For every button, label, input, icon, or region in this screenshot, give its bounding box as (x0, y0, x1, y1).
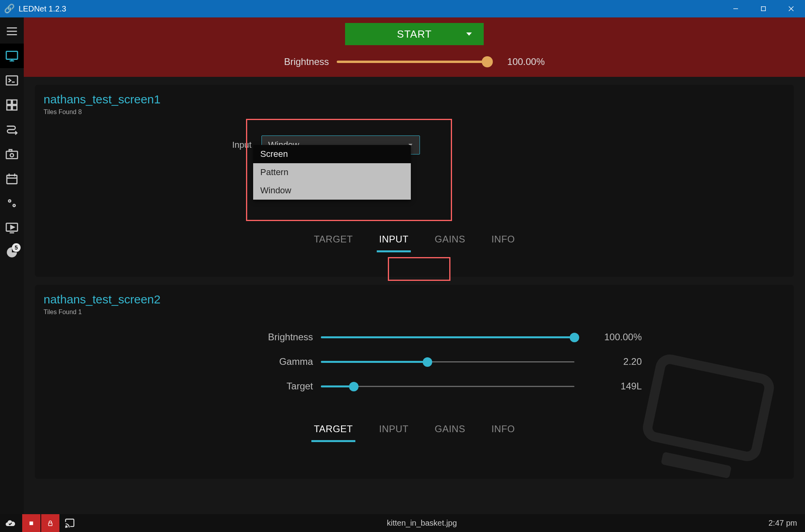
svg-rect-10 (6, 76, 17, 85)
sidebar-settings-icon[interactable] (0, 191, 24, 215)
svg-rect-7 (6, 51, 17, 59)
start-button-label: START (397, 28, 432, 40)
svg-rect-30 (646, 358, 771, 458)
highlight-box-input-tab (388, 257, 450, 281)
screen-card-1: nathans_test_screen1 Tiles Found 8 Input… (35, 85, 794, 277)
svg-point-34 (66, 526, 67, 527)
svg-rect-12 (7, 100, 11, 104)
svg-point-17 (10, 154, 14, 157)
slider-thumb[interactable] (570, 333, 579, 342)
global-brightness-value: 100.00% (507, 56, 545, 67)
screen1-title: nathans_test_screen1 (44, 93, 785, 106)
window-maximize-button[interactable] (750, 0, 777, 17)
sidebar-route-icon[interactable] (0, 117, 24, 142)
sidebar: 5 (0, 17, 24, 514)
input-select-label: Input (232, 140, 256, 150)
cast-icon[interactable] (64, 518, 75, 529)
title-bar: 🔗 LEDNet 1.2.3 (0, 0, 805, 17)
screen1-tab-info[interactable]: INFO (489, 230, 517, 252)
screen-card-2: nathans_test_screen2 Tiles Found 1 Brigh… (35, 285, 794, 479)
input-option-pattern[interactable]: Pattern (253, 163, 411, 181)
sidebar-terminal-icon[interactable] (0, 68, 24, 93)
start-button[interactable]: START (345, 23, 484, 45)
svg-point-24 (9, 200, 10, 202)
input-select-dropdown: Screen Pattern Window (253, 145, 411, 200)
screen2-subtitle: Tiles Found 1 (44, 309, 785, 316)
screen2-tab-gains[interactable]: GAINS (432, 419, 467, 442)
status-stop-button[interactable] (22, 514, 40, 532)
window-minimize-button[interactable] (722, 0, 750, 17)
sidebar-camera-icon[interactable] (0, 142, 24, 166)
input-option-screen[interactable]: Screen (253, 145, 411, 163)
window-close-button[interactable] (777, 0, 805, 17)
svg-rect-13 (12, 100, 17, 104)
top-control-panel: START Brightness 100.00% (24, 17, 805, 77)
screen1-tab-target[interactable]: TARGET (311, 230, 355, 252)
screen2-brightness-slider[interactable] (321, 337, 574, 338)
chevron-down-icon (466, 32, 472, 36)
sidebar-badge: 5 (12, 243, 21, 252)
svg-rect-33 (49, 523, 52, 526)
app-link-icon: 🔗 (4, 4, 15, 14)
status-bar: kitten_in_basket.jpg 2:47 pm (0, 514, 805, 532)
screen2-tab-info[interactable]: INFO (489, 419, 517, 442)
screen2-target-label: Target (250, 381, 313, 392)
sidebar-play-icon[interactable] (0, 215, 24, 240)
slider-thumb[interactable] (482, 56, 493, 67)
input-option-window[interactable]: Window (253, 181, 411, 200)
sidebar-grid-icon[interactable] (0, 93, 24, 117)
svg-rect-1 (761, 7, 766, 11)
svg-rect-18 (9, 150, 12, 151)
window-title: LEDNet 1.2.3 (19, 4, 722, 13)
status-filename: kitten_in_basket.jpg (75, 519, 769, 528)
watermark-icon (589, 317, 805, 514)
screen1-tab-input[interactable]: INPUT (377, 230, 411, 252)
screen2-title: nathans_test_screen2 (44, 293, 785, 306)
status-lock-button[interactable] (41, 514, 59, 532)
status-time: 2:47 pm (769, 519, 805, 528)
sidebar-calendar-icon[interactable] (0, 166, 24, 191)
svg-rect-15 (12, 105, 17, 110)
screen2-brightness-label: Brightness (250, 332, 313, 343)
screen2-tab-input[interactable]: INPUT (377, 419, 411, 442)
slider-thumb[interactable] (423, 357, 432, 367)
svg-rect-16 (6, 151, 17, 158)
screen2-gamma-label: Gamma (250, 356, 313, 367)
screen2-target-slider[interactable] (321, 386, 574, 387)
slider-thumb[interactable] (349, 382, 359, 391)
svg-rect-14 (7, 105, 11, 110)
global-brightness-label: Brightness (284, 56, 329, 67)
svg-rect-32 (30, 521, 33, 525)
screen1-subtitle: Tiles Found 8 (44, 109, 785, 116)
screen1-tab-gains[interactable]: GAINS (432, 230, 467, 252)
cloud-done-icon[interactable] (5, 518, 16, 529)
screen2-tab-target[interactable]: TARGET (311, 419, 355, 442)
svg-rect-19 (7, 175, 17, 184)
global-brightness-slider[interactable] (337, 61, 487, 63)
svg-marker-28 (11, 225, 14, 229)
svg-point-26 (13, 205, 15, 206)
main-area: START Brightness 100.00% nathans_test_sc… (24, 17, 805, 514)
sidebar-menu-icon[interactable] (0, 19, 24, 44)
screen2-gamma-slider[interactable] (321, 361, 574, 362)
sidebar-monitor-icon[interactable] (0, 44, 24, 68)
sidebar-chart-icon[interactable]: 5 (0, 240, 24, 265)
